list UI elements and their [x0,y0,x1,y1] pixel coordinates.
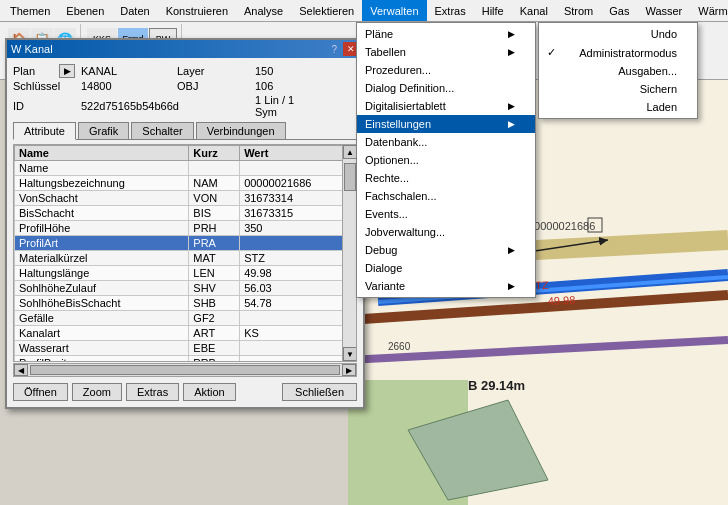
scroll-down-arrow[interactable]: ▼ [343,347,357,361]
cell-wert: 56.03 [240,281,356,296]
menu-debug-label: Debug [365,244,397,256]
menu-rechte[interactable]: Rechte... [357,169,535,187]
cell-kurz [189,161,240,176]
dialog-help[interactable]: ? [331,44,337,55]
submenu-ausgaben[interactable]: Ausgaben... [539,62,697,80]
cell-wert [240,236,356,251]
menu-digitalisier-arrow: ▶ [508,101,515,111]
menu-optionen[interactable]: Optionen... [357,151,535,169]
table-row[interactable]: ProfilArtPRA [15,236,356,251]
menu-plane-arrow: ▶ [508,29,515,39]
menu-fachschalen[interactable]: Fachschalen... [357,187,535,205]
obj-label: OBJ [177,80,227,92]
cell-wert: STZ [240,251,356,266]
submenu-admin[interactable]: ✓ Administratormodus [539,43,697,62]
table-row[interactable]: HaltungsbezeichnungNAM00000021686 [15,176,356,191]
vertical-scrollbar[interactable]: ▲ ▼ [342,145,356,361]
menu-plane[interactable]: Pläne ▶ [357,25,535,43]
menu-variante-arrow: ▶ [508,281,515,291]
cell-name: BisSchacht [15,206,189,221]
dialog-buttons: Öffnen Zoom Extras Aktion Schließen [13,383,357,401]
menu-tabellen-label: Tabellen [365,46,406,58]
menu-extras[interactable]: Extras [427,0,474,21]
menu-selektieren[interactable]: Selektieren [291,0,362,21]
menu-themen[interactable]: Themen [2,0,58,21]
cell-name: Materialkürzel [15,251,189,266]
menu-einstellungen-arrow: ▶ [508,119,515,129]
menu-strom[interactable]: Strom [556,0,601,21]
menu-optionen-label: Optionen... [365,154,419,166]
menu-ebenen[interactable]: Ebenen [58,0,112,21]
menu-dialoge[interactable]: Dialoge [357,259,535,277]
admin-check: ✓ [547,46,561,59]
cell-kurz: BIS [189,206,240,221]
menu-kanal[interactable]: Kanal [512,0,556,21]
submenu-laden-label: Laden [646,101,677,113]
svg-text:49.98: 49.98 [547,294,575,307]
extras-button[interactable]: Extras [126,383,179,401]
menu-variante-label: Variante [365,280,405,292]
menu-hilfe[interactable]: Hilfe [474,0,512,21]
zoom-button[interactable]: Zoom [72,383,122,401]
table-row[interactable]: WasserartEBE [15,341,356,356]
menu-jobverwaltung[interactable]: Jobverwaltung... [357,223,535,241]
submenu-sichern[interactable]: Sichern [539,80,697,98]
hscroll-right-arrow[interactable]: ▶ [342,364,356,376]
menu-waerme[interactable]: Wärme [690,0,728,21]
cell-kurz: ART [189,326,240,341]
cell-wert [240,311,356,326]
table-row[interactable]: BisSchachtBIS31673315 [15,206,356,221]
cell-wert: 31673314 [240,191,356,206]
menu-daten[interactable]: Daten [112,0,157,21]
menu-verwalten[interactable]: Verwalten [362,0,426,21]
lin-sym-value: 1 Lin / 1 Sym [255,94,295,118]
menu-einstellungen[interactable]: Einstellungen ▶ [357,115,535,133]
table-row[interactable]: HaltungslängeLEN49.98 [15,266,356,281]
submenu-undo-label: Undo [651,28,677,40]
menu-events[interactable]: Events... [357,205,535,223]
menu-datenbank[interactable]: Datenbank... [357,133,535,151]
menu-prozeduren[interactable]: Prozeduren... [357,61,535,79]
menu-einstellungen-label: Einstellungen [365,118,431,130]
hscroll-thumb[interactable] [30,365,340,375]
cell-name: Gefälle [15,311,189,326]
layer-value: 150 [255,65,295,77]
menu-tabellen[interactable]: Tabellen ▶ [357,43,535,61]
table-row[interactable]: Name [15,161,356,176]
tab-schalter[interactable]: Schalter [131,122,193,139]
scroll-thumb[interactable] [344,163,356,191]
menu-wasser[interactable]: Wasser [637,0,690,21]
menu-gas[interactable]: Gas [601,0,637,21]
submenu-laden[interactable]: Laden [539,98,697,116]
menu-jobverwaltung-label: Jobverwaltung... [365,226,445,238]
tab-verbindungen[interactable]: Verbindungen [196,122,286,139]
table-row[interactable]: ProfilHöhePRH350 [15,221,356,236]
cell-wert: 49.98 [240,266,356,281]
submenu-undo[interactable]: Undo [539,25,697,43]
table-row[interactable]: GefälleGF2 [15,311,356,326]
einstellungen-submenu: Undo ✓ Administratormodus Ausgaben... Si… [538,22,698,119]
oeffnen-button[interactable]: Öffnen [13,383,68,401]
menu-konstruieren[interactable]: Konstruieren [158,0,236,21]
menu-digitalisier[interactable]: Digitalisiertablett ▶ [357,97,535,115]
plan-icon[interactable]: ▶ [59,64,75,78]
tab-grafik[interactable]: Grafik [78,122,129,139]
aktion-button[interactable]: Aktion [183,383,236,401]
cell-kurz: PRA [189,236,240,251]
table-row[interactable]: VonSchachtVON31673314 [15,191,356,206]
table-row[interactable]: ProfilBreitePRB [15,356,356,363]
table-row[interactable]: KanalartARTKS [15,326,356,341]
scroll-up-arrow[interactable]: ▲ [343,145,357,159]
schliessen-button[interactable]: Schließen [282,383,357,401]
menu-analyse[interactable]: Analyse [236,0,291,21]
horizontal-scrollbar[interactable]: ◀ ▶ [13,363,357,377]
cell-name: VonSchacht [15,191,189,206]
hscroll-left-arrow[interactable]: ◀ [14,364,28,376]
menu-variante[interactable]: Variante ▶ [357,277,535,295]
menu-dialog-def[interactable]: Dialog Definition... [357,79,535,97]
table-row[interactable]: SohlhöheZulaufSHV56.03 [15,281,356,296]
table-row[interactable]: MaterialkürzelMATSTZ [15,251,356,266]
table-row[interactable]: SohlhöheBisSchachtSHB54.78 [15,296,356,311]
tab-attribute[interactable]: Attribute [13,122,76,140]
menu-debug[interactable]: Debug ▶ [357,241,535,259]
